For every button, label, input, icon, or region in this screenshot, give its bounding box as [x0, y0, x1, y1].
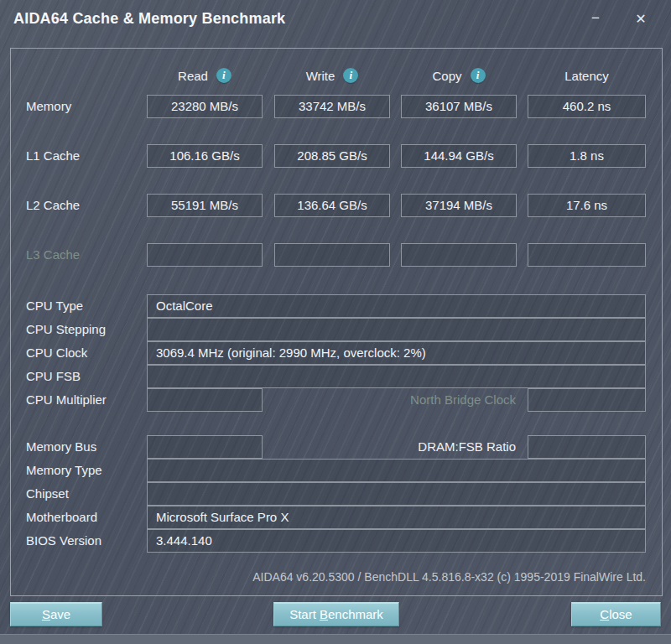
start-benchmark-button[interactable]: Start Benchmark — [273, 602, 399, 626]
main-panel: Read i Write i Copy i Latency Memory 232… — [10, 48, 663, 596]
l2-latency-value: 17.6 ns — [528, 194, 646, 217]
row-label-cpu-fsb: CPU FSB — [26, 365, 81, 388]
memory-bus-value — [147, 435, 263, 459]
cpu-multiplier-value — [147, 388, 263, 412]
dram-fsb-ratio-value — [528, 435, 646, 459]
chipset-value — [147, 482, 646, 506]
read-header-label: Read — [178, 69, 208, 83]
memory-write-value: 33742 MB/s — [274, 95, 390, 118]
close-icon: ✕ — [635, 11, 646, 27]
start-benchmark-prefix: Start — [289, 607, 320, 621]
l2-read-value: 55191 MB/s — [147, 194, 263, 217]
latency-header-label: Latency — [564, 69, 609, 83]
cpu-stepping-value — [147, 318, 646, 341]
version-footer-text: AIDA64 v6.20.5300 / BenchDLL 4.5.816.8-x… — [252, 570, 646, 584]
window-title: AIDA64 Cache & Memory Benchmark — [13, 10, 285, 28]
row-label-bios-version: BIOS Version — [26, 529, 101, 553]
l1-latency-value: 1.8 ns — [528, 144, 646, 168]
copy-info-icon[interactable]: i — [471, 68, 486, 83]
l3-read-value — [147, 243, 263, 267]
column-header-copy: Copy i — [401, 66, 517, 85]
l1-read-value: 106.16 GB/s — [147, 144, 263, 168]
motherboard-value: Microsoft Surface Pro X — [147, 506, 646, 529]
close-button[interactable]: ✕ — [629, 7, 653, 30]
north-bridge-clock-value — [528, 388, 646, 412]
row-label-motherboard: Motherboard — [26, 506, 97, 529]
l2-copy-value: 37194 MB/s — [401, 194, 517, 217]
l3-write-value — [274, 243, 390, 267]
row-label-cpu-stepping: CPU Stepping — [26, 318, 106, 341]
l1-copy-value: 144.94 GB/s — [401, 144, 517, 168]
dram-fsb-ratio-label: DRAM:FSB Ratio — [418, 435, 516, 459]
row-label-cpu-clock: CPU Clock — [26, 341, 87, 365]
column-header-latency: Latency — [528, 66, 646, 85]
memory-latency-value: 460.2 ns — [528, 95, 646, 118]
row-label-memory: Memory — [26, 95, 71, 118]
cpu-type-value: OctalCore — [147, 294, 646, 318]
memory-copy-value: 36107 MB/s — [401, 95, 517, 118]
row-label-l2-cache: L2 Cache — [26, 194, 80, 217]
save-button-accesskey: S — [42, 607, 50, 621]
row-label-l3-cache: L3 Cache — [26, 243, 80, 267]
start-benchmark-accesskey: B — [320, 607, 328, 621]
close-button-accesskey: C — [600, 607, 609, 621]
minimize-icon: − — [591, 10, 600, 27]
row-label-memory-bus: Memory Bus — [26, 435, 96, 459]
l2-write-value: 136.64 GB/s — [274, 194, 390, 217]
row-label-memory-type: Memory Type — [26, 459, 102, 482]
bottom-edge-strip — [0, 634, 671, 644]
title-bar: AIDA64 Cache & Memory Benchmark − ✕ — [0, 0, 671, 40]
cpu-fsb-value — [147, 365, 646, 388]
l3-copy-value — [401, 243, 517, 267]
row-label-cpu-type: CPU Type — [26, 294, 83, 318]
write-header-label: Write — [306, 69, 336, 83]
memory-type-value — [147, 459, 646, 482]
close-button-label: lose — [609, 607, 632, 621]
copy-header-label: Copy — [432, 69, 461, 83]
row-label-chipset: Chipset — [26, 482, 69, 506]
bios-version-value: 3.444.140 — [147, 529, 646, 553]
write-info-icon[interactable]: i — [343, 68, 358, 83]
row-label-l1-cache: L1 Cache — [26, 144, 80, 168]
l1-write-value: 208.85 GB/s — [274, 144, 390, 168]
column-header-read: Read i — [147, 66, 263, 85]
north-bridge-clock-label: North Bridge Clock — [410, 388, 516, 412]
save-button[interactable]: Save — [10, 602, 102, 626]
row-label-cpu-multiplier: CPU Multiplier — [26, 388, 107, 412]
memory-read-value: 23280 MB/s — [147, 95, 263, 118]
start-benchmark-label: enchmark — [328, 607, 383, 621]
save-button-label: ave — [50, 607, 70, 621]
aida64-benchmark-window: AIDA64 Cache & Memory Benchmark − ✕ Read… — [0, 0, 671, 644]
read-info-icon[interactable]: i — [216, 68, 231, 83]
close-dialog-button[interactable]: Close — [571, 602, 661, 626]
l3-latency-value — [528, 243, 646, 267]
minimize-button[interactable]: − — [584, 7, 607, 30]
column-header-write: Write i — [274, 66, 390, 85]
cpu-clock-value: 3069.4 MHz (original: 2990 MHz, overcloc… — [147, 341, 646, 365]
